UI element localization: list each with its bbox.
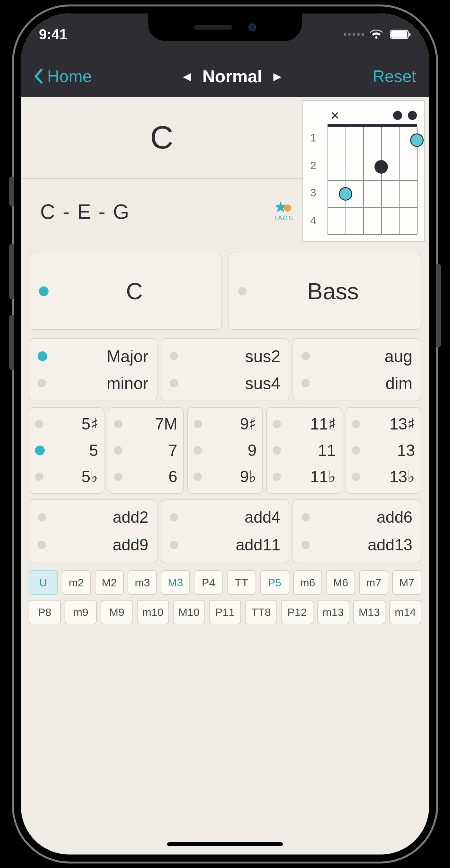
ext-row-option[interactable]: 5♯ xyxy=(29,411,104,437)
radio-off-icon xyxy=(170,379,178,388)
mode-title: Normal xyxy=(202,66,262,86)
chord-diagram[interactable]: × 1234 xyxy=(302,100,425,242)
quality-row-option[interactable]: sus4 xyxy=(161,370,289,397)
ext-row-option[interactable]: 5♭ xyxy=(29,464,104,490)
ext-row-option[interactable]: 9♭ xyxy=(188,464,262,490)
interval-pill[interactable]: M9 xyxy=(101,600,133,624)
interval-pill[interactable]: m14 xyxy=(389,600,421,624)
interval-pill[interactable]: P5 xyxy=(260,570,289,595)
interval-pill[interactable]: m9 xyxy=(65,600,97,624)
add-row-option[interactable]: add4 xyxy=(161,503,289,531)
radio-off-icon xyxy=(114,472,123,481)
radio-off-icon xyxy=(272,446,281,455)
ext-row-option[interactable]: 11♯ xyxy=(267,411,341,437)
mode-switcher[interactable]: ◀ Normal ▶ xyxy=(183,66,281,86)
finger-dot xyxy=(339,187,352,200)
ext-row-option[interactable]: 13♯ xyxy=(346,411,421,437)
add-row-option[interactable]: add6 xyxy=(293,503,421,531)
radio-off-icon xyxy=(170,352,178,361)
option-label: dim xyxy=(318,374,412,393)
fret-number: 4 xyxy=(310,214,327,227)
back-button[interactable]: Home xyxy=(34,66,92,86)
interval-pill[interactable]: P11 xyxy=(209,600,241,624)
interval-row-2: P8m9M9m10M10P11TT8P12m13M13m14 xyxy=(29,600,421,624)
ext-row-option[interactable]: 13♭ xyxy=(346,464,421,490)
quality-row-panel-2: augdim xyxy=(292,338,421,401)
interval-row-1: Um2M2m3M3P4TTP5m6M6m7M7 xyxy=(29,570,421,595)
content-area: C C - E - G TAGS xyxy=(21,97,429,855)
triangle-left-icon[interactable]: ◀ xyxy=(183,71,191,82)
interval-pill[interactable]: M10 xyxy=(173,600,205,624)
option-label: 9 xyxy=(207,441,257,460)
finger-dot xyxy=(410,133,424,147)
add-row-option[interactable]: add13 xyxy=(293,531,421,559)
ext-row-option[interactable]: 11♭ xyxy=(267,464,341,490)
add-row-option[interactable]: add11 xyxy=(161,531,289,559)
status-time: 9:41 xyxy=(39,26,67,42)
interval-pill[interactable]: M2 xyxy=(95,570,124,595)
quality-row-option[interactable]: dim xyxy=(293,370,421,397)
interval-pill[interactable]: P12 xyxy=(281,600,313,624)
quality-row-option[interactable]: Major xyxy=(29,343,157,370)
quality-row: Majorminorsus2sus4augdim xyxy=(21,335,429,404)
ext-row-panel-1: 7M76 xyxy=(108,407,184,494)
interval-pill[interactable]: m6 xyxy=(293,570,322,595)
root-panel[interactable]: C xyxy=(29,253,222,330)
radio-off-icon xyxy=(301,541,310,549)
ext-row-option[interactable]: 9♯ xyxy=(188,411,262,437)
fret-number: 2 xyxy=(310,159,327,172)
option-label: 11 xyxy=(286,441,335,460)
chord-name[interactable]: C xyxy=(21,97,302,179)
back-label: Home xyxy=(47,66,92,86)
tags-button[interactable]: TAGS xyxy=(274,202,293,222)
radio-off-icon xyxy=(170,541,178,549)
add-row-panel-1: add4add11 xyxy=(161,499,290,563)
finger-dot xyxy=(375,160,388,174)
radio-off-icon xyxy=(193,446,202,455)
interval-pill[interactable]: TT xyxy=(227,570,256,595)
quality-row-option[interactable]: aug xyxy=(293,343,421,370)
ext-row-option[interactable]: 7 xyxy=(108,437,183,464)
interval-pill[interactable]: U xyxy=(29,570,58,595)
radio-off-icon xyxy=(170,513,178,522)
ext-row-option[interactable]: 6 xyxy=(108,464,183,490)
ext-row-panel-3: 11♯1111♭ xyxy=(266,407,342,494)
screen: 9:41 Home xyxy=(21,13,429,855)
option-label: Major xyxy=(56,346,149,366)
interval-pill[interactable]: m7 xyxy=(359,570,388,595)
bass-label: Bass xyxy=(255,278,411,305)
add-row-option[interactable]: add9 xyxy=(29,531,157,559)
interval-pill[interactable]: M6 xyxy=(326,570,355,595)
svg-point-3 xyxy=(284,205,291,212)
root-bass-row: C Bass xyxy=(21,245,429,335)
quality-row-option[interactable]: minor xyxy=(29,370,157,397)
option-label: 11♯ xyxy=(286,415,335,433)
radio-off-icon xyxy=(352,472,360,481)
interval-pill[interactable]: m13 xyxy=(317,600,349,624)
bass-panel[interactable]: Bass xyxy=(228,253,421,330)
ext-row-option[interactable]: 7M xyxy=(108,411,183,437)
interval-pill[interactable]: m2 xyxy=(62,570,91,595)
triangle-right-icon[interactable]: ▶ xyxy=(274,71,281,82)
interval-pill[interactable]: m10 xyxy=(137,600,169,624)
ext-row-option[interactable]: 11 xyxy=(267,437,341,464)
interval-pill[interactable]: P8 xyxy=(29,600,61,624)
reset-button[interactable]: Reset xyxy=(373,66,416,86)
ext-row-option[interactable]: 5 xyxy=(29,437,104,464)
interval-pill[interactable]: TT8 xyxy=(245,600,277,624)
home-indicator[interactable] xyxy=(167,842,283,846)
interval-pill[interactable]: M3 xyxy=(161,570,190,595)
summary-left: C C - E - G TAGS xyxy=(21,97,302,245)
add-row-option[interactable]: add2 xyxy=(29,503,157,531)
root-label: C xyxy=(57,278,212,305)
quality-row-option[interactable]: sus2 xyxy=(161,343,289,370)
interval-pill[interactable]: M13 xyxy=(353,600,385,624)
ext-row-option[interactable]: 13 xyxy=(346,437,421,464)
interval-pill[interactable]: P4 xyxy=(194,570,223,595)
interval-pill[interactable]: M7 xyxy=(392,570,421,595)
ext-row-option[interactable]: 9 xyxy=(188,437,262,464)
speaker-grille xyxy=(194,25,232,30)
option-label: sus4 xyxy=(186,374,281,393)
option-label: 5♯ xyxy=(49,415,98,433)
interval-pill[interactable]: m3 xyxy=(128,570,157,595)
